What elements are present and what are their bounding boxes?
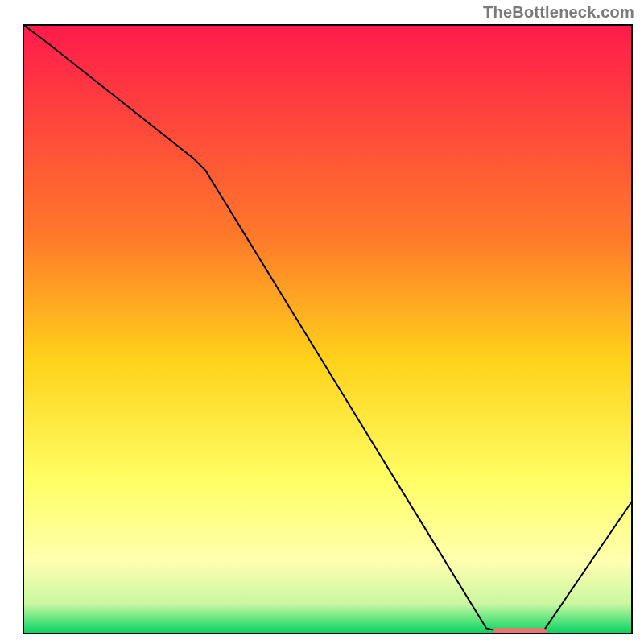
bottleneck-chart	[0, 0, 644, 644]
gradient-background	[23, 24, 633, 634]
plot-area	[23, 24, 633, 638]
